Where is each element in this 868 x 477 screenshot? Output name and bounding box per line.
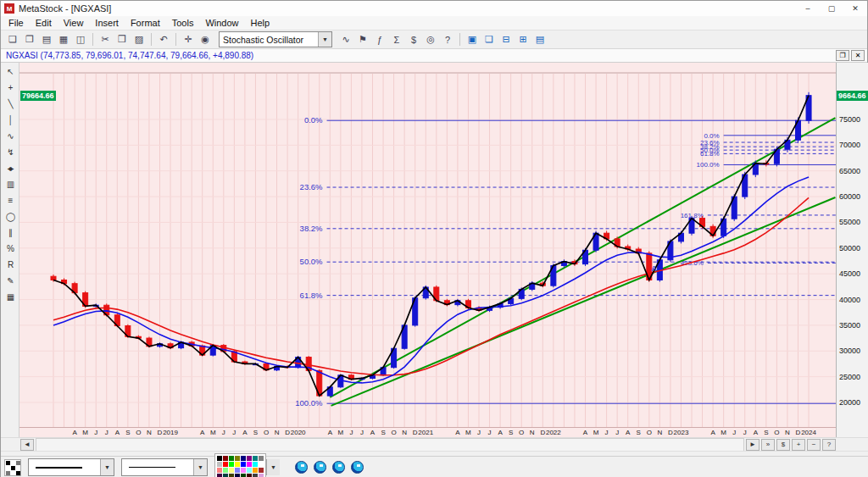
palette-color-swatch[interactable] — [229, 456, 234, 461]
functions-button[interactable]: ƒ — [371, 32, 388, 47]
chart-style-button-4[interactable] — [351, 461, 364, 474]
help-pointer-button[interactable]: ? — [439, 32, 456, 47]
tile-vertical-button[interactable]: ⊞ — [515, 32, 531, 47]
help-button[interactable]: ? — [822, 439, 836, 451]
line-weight-dropdown[interactable]: ▼ — [121, 458, 208, 476]
palette-color-swatch[interactable] — [259, 456, 264, 461]
palette-color-swatch[interactable] — [235, 468, 240, 473]
palette-color-swatch[interactable] — [223, 456, 228, 461]
mdi-close-button[interactable]: ✕ — [851, 50, 865, 61]
palette-color-swatch[interactable] — [217, 462, 222, 467]
palette-color-swatch[interactable] — [217, 474, 222, 477]
palette-color-swatch[interactable] — [247, 456, 252, 461]
cascade-windows-button[interactable]: ❏ — [481, 32, 498, 47]
palette-color-swatch[interactable] — [247, 462, 252, 467]
menu-help[interactable]: Help — [245, 18, 276, 28]
indicator-palette-tool[interactable]: ▥ — [3, 177, 18, 191]
palette-color-swatch[interactable] — [235, 456, 240, 461]
palette-color-swatch[interactable] — [229, 468, 234, 473]
minimize-button[interactable]: – — [796, 1, 820, 16]
pointer-tool[interactable]: ↖ — [3, 64, 18, 79]
new-window-button[interactable]: ▣ — [464, 32, 481, 47]
crosshair-tool[interactable]: + — [3, 80, 18, 95]
palette-color-swatch[interactable] — [253, 474, 258, 477]
text-note-tool[interactable]: ✎ — [3, 274, 18, 288]
arrange-icons-button[interactable]: ▤ — [531, 32, 548, 47]
menu-edit[interactable]: Edit — [30, 18, 58, 28]
menu-tools[interactable]: Tools — [166, 18, 200, 28]
cycle-lines-tool[interactable]: ∿ — [3, 129, 18, 143]
palette-color-swatch[interactable] — [235, 462, 240, 467]
palette-color-swatch[interactable] — [217, 468, 222, 473]
mdi-restore-button[interactable]: ❐ — [836, 50, 849, 61]
time-axis[interactable]: AMJJASOND2019AMJJASOND2020AMJJASOND2021A… — [19, 427, 836, 437]
close-button[interactable]: ✕ — [843, 1, 867, 16]
zoom-out-button[interactable]: − — [807, 439, 821, 451]
zigzag-tool[interactable]: ↯ — [3, 145, 18, 159]
explorer-button[interactable]: ◎ — [422, 32, 439, 47]
palette-color-swatch[interactable] — [247, 468, 252, 473]
tile-horizontal-button[interactable]: ⊟ — [498, 32, 515, 47]
chevron-down-icon[interactable]: ▼ — [266, 459, 280, 475]
zoom-in-button[interactable]: + — [792, 439, 805, 451]
maximize-button[interactable]: ▢ — [820, 1, 843, 16]
pattern-picker-button[interactable] — [4, 459, 21, 476]
palette-color-swatch[interactable] — [259, 474, 264, 477]
chart-style-button-3[interactable] — [332, 461, 345, 474]
line-studies-tool[interactable]: ≡ — [3, 193, 18, 208]
save-button[interactable]: ▤ — [38, 32, 55, 47]
color-palette-grid[interactable] — [214, 453, 266, 477]
palette-color-swatch[interactable] — [241, 462, 246, 467]
chevron-down-icon[interactable]: ▼ — [193, 459, 207, 475]
menu-file[interactable]: File — [3, 18, 30, 28]
zoom-button[interactable]: ◉ — [197, 32, 214, 47]
new-chart-button[interactable]: ❏ — [4, 32, 21, 47]
chevron-down-icon[interactable]: ▼ — [318, 32, 331, 47]
downloader-button[interactable]: $ — [405, 32, 422, 47]
print-preview-button[interactable]: ◫ — [72, 32, 89, 47]
palette-color-swatch[interactable] — [241, 456, 246, 461]
palette-color-swatch[interactable] — [259, 468, 264, 473]
scroll-left-button[interactable]: ◄ — [20, 439, 34, 451]
expert-advisor-button[interactable]: ⚑ — [354, 32, 371, 47]
chart-plot-area[interactable]: 0.0%23.6%38.2%50.0%61.8%100.0%0.0%23.6%3… — [19, 63, 836, 427]
plot-indicator-button[interactable]: ∿ — [337, 32, 354, 47]
palette-color-swatch[interactable] — [235, 474, 240, 477]
print-button[interactable]: ▦ — [55, 32, 72, 47]
indicator-dropdown[interactable]: Stochastic Oscillator ▼ — [219, 31, 332, 47]
crosshair-button[interactable]: ✛ — [180, 32, 197, 47]
ellipse-tool[interactable]: ◯ — [3, 209, 18, 224]
palette-color-swatch[interactable] — [223, 474, 228, 477]
palette-color-swatch[interactable] — [253, 468, 258, 473]
menu-insert[interactable]: Insert — [89, 18, 125, 28]
palette-color-swatch[interactable] — [241, 474, 246, 477]
price-scale-button[interactable]: $ — [776, 439, 790, 451]
open-button[interactable]: ❐ — [21, 32, 38, 47]
price-axis[interactable]: 9664.66 75000700006500060000550005000045… — [836, 63, 868, 437]
page-right-button[interactable]: » — [761, 439, 775, 451]
vertical-line-tool[interactable]: │ — [3, 113, 18, 127]
palette-color-swatch[interactable] — [229, 474, 234, 477]
scroll-right-button[interactable]: ► — [746, 439, 760, 451]
palette-color-swatch[interactable] — [247, 474, 252, 477]
system-tester-button[interactable]: Σ — [388, 32, 405, 47]
chevron-down-icon[interactable]: ▼ — [100, 459, 114, 475]
palette-color-swatch[interactable] — [223, 462, 228, 467]
trendline-tool[interactable]: ╲ — [3, 97, 18, 111]
scrollbar-track[interactable] — [36, 438, 744, 452]
channel-tool[interactable]: ∥ — [3, 225, 18, 240]
chart-style-button-2[interactable] — [314, 461, 326, 474]
menu-window[interactable]: Window — [199, 18, 244, 28]
palette-color-swatch[interactable] — [253, 456, 258, 461]
chart-canvas[interactable]: 0.0%23.6%38.2%50.0%61.8%100.0%0.0%23.6%3… — [19, 63, 836, 427]
undo-button[interactable]: ↶ — [155, 32, 172, 47]
pattern-tool[interactable]: ▦ — [3, 290, 18, 304]
expand-tool[interactable]: ◂▸ — [3, 161, 18, 175]
palette-color-swatch[interactable] — [259, 462, 264, 467]
palette-color-swatch[interactable] — [241, 468, 246, 473]
paste-button[interactable]: ▨ — [131, 32, 147, 47]
chart-style-button-1[interactable] — [295, 461, 308, 474]
copy-button[interactable]: ❒ — [114, 32, 131, 47]
palette-color-swatch[interactable] — [253, 462, 258, 467]
cut-button[interactable]: ✂ — [97, 32, 114, 47]
